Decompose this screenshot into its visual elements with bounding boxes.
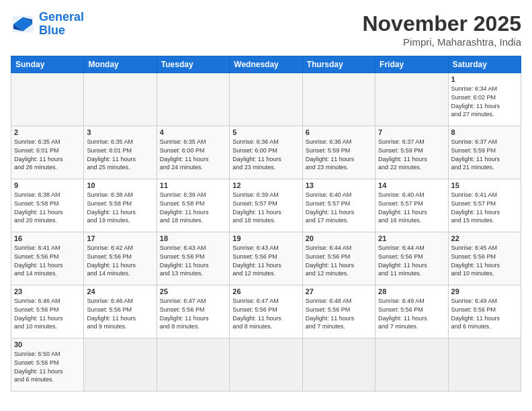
calendar-cell: 25Sunrise: 6:47 AM Sunset: 5:56 PM Dayli…	[157, 285, 229, 338]
day-number: 21	[378, 234, 445, 242]
day-info: Sunrise: 6:41 AM Sunset: 5:56 PM Dayligh…	[14, 244, 81, 277]
day-number: 8	[451, 128, 518, 136]
day-info: Sunrise: 6:38 AM Sunset: 5:58 PM Dayligh…	[87, 191, 153, 224]
calendar-cell	[157, 338, 229, 392]
day-number: 10	[87, 181, 153, 189]
calendar-week-row: 9Sunrise: 6:38 AM Sunset: 5:58 PM Daylig…	[11, 179, 521, 232]
day-info: Sunrise: 6:42 AM Sunset: 5:56 PM Dayligh…	[87, 244, 153, 277]
day-number: 25	[160, 287, 226, 295]
calendar-week-row: 1Sunrise: 6:34 AM Sunset: 6:02 PM Daylig…	[11, 73, 521, 126]
day-number: 17	[87, 234, 153, 242]
day-info: Sunrise: 6:39 AM Sunset: 5:57 PM Dayligh…	[232, 191, 299, 224]
header: General Blue November 2025 Pimpri, Mahar…	[11, 11, 521, 48]
day-info: Sunrise: 6:37 AM Sunset: 5:59 PM Dayligh…	[451, 138, 518, 171]
day-info: Sunrise: 6:35 AM Sunset: 6:01 PM Dayligh…	[14, 138, 81, 171]
day-info: Sunrise: 6:43 AM Sunset: 5:56 PM Dayligh…	[232, 244, 299, 277]
day-number: 7	[378, 128, 445, 136]
calendar-cell	[157, 73, 229, 126]
day-number: 13	[306, 181, 372, 189]
day-info: Sunrise: 6:40 AM Sunset: 5:57 PM Dayligh…	[306, 191, 372, 224]
calendar-cell: 16Sunrise: 6:41 AM Sunset: 5:56 PM Dayli…	[11, 232, 84, 285]
day-of-week-header: Thursday	[302, 56, 375, 73]
day-of-week-header: Friday	[375, 56, 448, 73]
day-number: 30	[14, 340, 81, 349]
calendar-cell: 26Sunrise: 6:47 AM Sunset: 5:56 PM Dayli…	[230, 285, 302, 338]
calendar-cell: 11Sunrise: 6:39 AM Sunset: 5:58 PM Dayli…	[157, 179, 229, 232]
day-info: Sunrise: 6:44 AM Sunset: 5:56 PM Dayligh…	[378, 244, 445, 277]
calendar-cell: 15Sunrise: 6:41 AM Sunset: 5:57 PM Dayli…	[448, 179, 521, 232]
day-number: 11	[160, 181, 226, 189]
day-number: 23	[14, 287, 81, 295]
calendar-cell	[84, 338, 157, 392]
day-info: Sunrise: 6:44 AM Sunset: 5:56 PM Dayligh…	[306, 244, 372, 277]
calendar-cell	[230, 73, 302, 126]
calendar-cell: 21Sunrise: 6:44 AM Sunset: 5:56 PM Dayli…	[375, 232, 448, 285]
calendar-header-row: SundayMondayTuesdayWednesdayThursdayFrid…	[11, 56, 521, 73]
calendar: SundayMondayTuesdayWednesdayThursdayFrid…	[11, 56, 521, 392]
day-number: 29	[451, 287, 518, 295]
day-number: 18	[160, 234, 226, 242]
calendar-cell: 2Sunrise: 6:35 AM Sunset: 6:01 PM Daylig…	[11, 126, 84, 179]
calendar-cell: 8Sunrise: 6:37 AM Sunset: 5:59 PM Daylig…	[448, 126, 521, 179]
calendar-cell: 20Sunrise: 6:44 AM Sunset: 5:56 PM Dayli…	[302, 232, 375, 285]
logo-icon	[11, 15, 35, 34]
calendar-cell: 22Sunrise: 6:45 AM Sunset: 5:56 PM Dayli…	[448, 232, 521, 285]
day-number: 22	[451, 234, 518, 242]
calendar-week-row: 23Sunrise: 6:46 AM Sunset: 5:56 PM Dayli…	[11, 285, 521, 338]
day-info: Sunrise: 6:47 AM Sunset: 5:56 PM Dayligh…	[160, 297, 226, 330]
day-number: 28	[378, 287, 445, 295]
day-info: Sunrise: 6:49 AM Sunset: 5:56 PM Dayligh…	[451, 297, 518, 330]
day-info: Sunrise: 6:36 AM Sunset: 5:59 PM Dayligh…	[306, 138, 372, 171]
day-number: 1	[451, 75, 518, 83]
calendar-cell: 3Sunrise: 6:35 AM Sunset: 6:01 PM Daylig…	[84, 126, 157, 179]
calendar-cell: 30Sunrise: 6:50 AM Sunset: 5:56 PM Dayli…	[11, 338, 84, 392]
day-info: Sunrise: 6:45 AM Sunset: 5:56 PM Dayligh…	[451, 244, 518, 277]
calendar-cell: 10Sunrise: 6:38 AM Sunset: 5:58 PM Dayli…	[84, 179, 157, 232]
day-number: 27	[306, 287, 372, 295]
day-info: Sunrise: 6:49 AM Sunset: 5:56 PM Dayligh…	[378, 297, 445, 330]
day-of-week-header: Tuesday	[157, 56, 229, 73]
logo-general: General	[39, 10, 84, 24]
calendar-cell	[11, 73, 84, 126]
day-number: 16	[14, 234, 81, 242]
day-number: 3	[87, 128, 153, 136]
day-number: 5	[232, 128, 299, 136]
calendar-cell: 1Sunrise: 6:34 AM Sunset: 6:02 PM Daylig…	[448, 73, 521, 126]
logo: General Blue	[11, 11, 84, 38]
day-info: Sunrise: 6:38 AM Sunset: 5:58 PM Dayligh…	[14, 191, 81, 224]
day-info: Sunrise: 6:40 AM Sunset: 5:57 PM Dayligh…	[378, 191, 445, 224]
calendar-cell: 27Sunrise: 6:48 AM Sunset: 5:56 PM Dayli…	[302, 285, 375, 338]
title-block: November 2025 Pimpri, Maharashtra, India	[362, 11, 521, 48]
calendar-cell	[302, 338, 375, 392]
calendar-cell: 5Sunrise: 6:36 AM Sunset: 6:00 PM Daylig…	[230, 126, 302, 179]
day-number: 26	[232, 287, 299, 295]
calendar-cell	[230, 338, 302, 392]
calendar-cell	[84, 73, 157, 126]
day-number: 15	[451, 181, 518, 189]
day-number: 2	[14, 128, 81, 136]
calendar-cell: 17Sunrise: 6:42 AM Sunset: 5:56 PM Dayli…	[84, 232, 157, 285]
calendar-cell: 4Sunrise: 6:35 AM Sunset: 6:00 PM Daylig…	[157, 126, 229, 179]
day-info: Sunrise: 6:46 AM Sunset: 5:56 PM Dayligh…	[14, 297, 81, 330]
calendar-week-row: 2Sunrise: 6:35 AM Sunset: 6:01 PM Daylig…	[11, 126, 521, 179]
day-number: 19	[232, 234, 299, 242]
month-title: November 2025	[362, 11, 521, 36]
calendar-cell	[448, 338, 521, 392]
day-number: 12	[232, 181, 299, 189]
day-number: 9	[14, 181, 81, 189]
logo-text: General Blue	[39, 11, 84, 38]
logo-blue: Blue	[39, 24, 65, 37]
calendar-cell: 23Sunrise: 6:46 AM Sunset: 5:56 PM Dayli…	[11, 285, 84, 338]
day-number: 14	[378, 181, 445, 189]
day-info: Sunrise: 6:41 AM Sunset: 5:57 PM Dayligh…	[451, 191, 518, 224]
day-info: Sunrise: 6:37 AM Sunset: 5:59 PM Dayligh…	[378, 138, 445, 171]
calendar-cell	[375, 73, 448, 126]
day-of-week-header: Saturday	[448, 56, 521, 73]
calendar-week-row: 16Sunrise: 6:41 AM Sunset: 5:56 PM Dayli…	[11, 232, 521, 285]
day-info: Sunrise: 6:39 AM Sunset: 5:58 PM Dayligh…	[160, 191, 226, 224]
day-info: Sunrise: 6:46 AM Sunset: 5:56 PM Dayligh…	[87, 297, 153, 330]
day-number: 4	[160, 128, 226, 136]
calendar-cell: 13Sunrise: 6:40 AM Sunset: 5:57 PM Dayli…	[302, 179, 375, 232]
day-of-week-header: Sunday	[11, 56, 84, 73]
day-info: Sunrise: 6:35 AM Sunset: 6:01 PM Dayligh…	[87, 138, 153, 171]
